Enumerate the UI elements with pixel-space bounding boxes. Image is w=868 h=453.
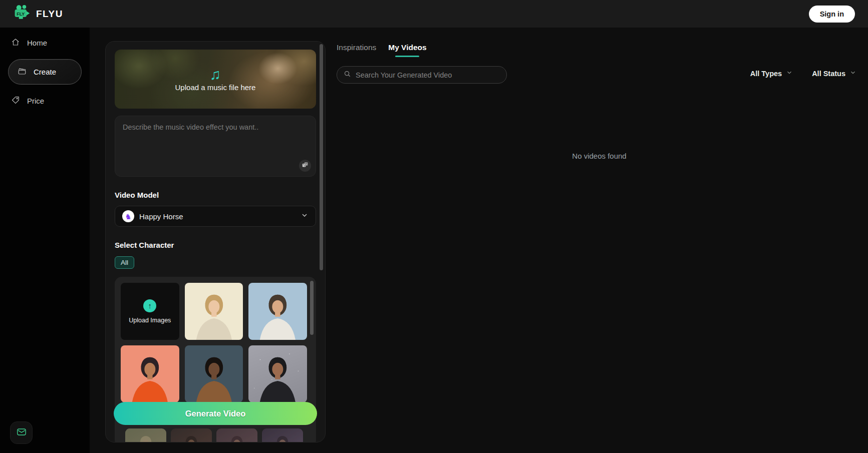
contact-mail-button[interactable] xyxy=(10,421,33,444)
upload-arrow-icon: ↑ xyxy=(143,299,156,312)
active-tab-underline xyxy=(395,56,419,57)
sidebar: Home Create Price xyxy=(0,28,90,453)
brand: FLY FLYU xyxy=(13,4,63,24)
character-tile-curly-woman[interactable] xyxy=(121,345,179,402)
filter-all-types[interactable]: All Types xyxy=(750,69,793,78)
sidebar-item-home[interactable]: Home xyxy=(0,32,90,54)
search-input[interactable] xyxy=(356,71,500,79)
brand-name: FLYU xyxy=(36,9,63,20)
bottom-thumb-row xyxy=(121,428,307,442)
tab-inspirations[interactable]: Inspirations xyxy=(337,43,376,57)
prompt-box xyxy=(115,116,316,177)
character-thumbnail xyxy=(185,350,243,402)
flyu-camera-logo-icon: FLY xyxy=(13,4,31,24)
create-panel-scrollbar[interactable] xyxy=(320,44,323,270)
price-tag-icon xyxy=(11,96,20,106)
sidebar-item-label: Create xyxy=(34,68,56,76)
svg-text:FLY: FLY xyxy=(17,11,25,16)
create-panel: ♫ Upload a music file here Video Model ♞… xyxy=(105,41,326,442)
search-icon xyxy=(344,70,351,80)
character-tile-man-brown-jacket[interactable] xyxy=(185,345,243,402)
video-search xyxy=(337,66,507,84)
empty-state-message: No videos found xyxy=(331,152,868,160)
sidebar-item-create[interactable]: Create xyxy=(8,59,82,85)
music-upload-label: Upload a music file here xyxy=(175,83,256,92)
videos-tabs: Inspirations My Videos xyxy=(337,43,427,57)
select-character-label: Select Character xyxy=(115,241,316,249)
sidebar-item-label: Price xyxy=(27,97,44,105)
character-tile-man-white-shirt[interactable] xyxy=(248,283,307,340)
filter-all-status[interactable]: All Status xyxy=(812,69,856,78)
character-thumbnail xyxy=(248,287,307,340)
character-thumbnail xyxy=(171,431,212,442)
chevron-down-icon xyxy=(301,211,309,221)
dice-icon xyxy=(302,162,309,170)
prompt-textarea[interactable] xyxy=(115,116,316,176)
upload-images-tile[interactable]: ↑ Upload Images xyxy=(121,283,179,340)
random-prompt-button[interactable] xyxy=(299,160,311,172)
home-icon xyxy=(11,38,20,48)
inspiration-thumb[interactable] xyxy=(171,428,212,442)
music-upload-dropzone[interactable]: ♫ Upload a music file here xyxy=(115,50,316,109)
character-thumbnail xyxy=(248,350,307,402)
character-thumbnail xyxy=(185,287,243,340)
sidebar-item-label: Home xyxy=(27,39,47,47)
video-model-label: Video Model xyxy=(115,191,316,199)
happy-horse-icon: ♞ xyxy=(122,210,134,222)
character-tile-blonde-woman[interactable] xyxy=(185,283,243,340)
inspiration-thumb[interactable] xyxy=(216,428,257,442)
mail-icon xyxy=(16,426,27,439)
inspiration-thumb[interactable] xyxy=(262,428,303,442)
character-thumbnail xyxy=(121,350,179,402)
clapperboard-icon xyxy=(18,67,27,77)
sidebar-item-price[interactable]: Price xyxy=(0,90,90,112)
character-thumbnail xyxy=(216,431,257,442)
chevron-down-icon xyxy=(849,69,856,78)
video-model-selected: Happy Horse xyxy=(139,212,296,221)
video-filters: All Types All Status xyxy=(750,69,856,78)
character-grid-scrollbar[interactable] xyxy=(310,281,314,335)
character-thumbnail xyxy=(125,431,166,442)
character-tile-woman-black-jacket[interactable] xyxy=(248,345,307,402)
inspiration-thumb[interactable] xyxy=(125,428,166,442)
top-bar: FLY FLYU Sign in xyxy=(0,0,868,28)
character-thumbnail xyxy=(262,431,303,442)
music-note-icon: ♫ xyxy=(210,67,221,82)
chevron-down-icon xyxy=(786,69,793,78)
sign-in-button[interactable]: Sign in xyxy=(809,6,855,23)
character-filter-all[interactable]: All xyxy=(115,256,134,269)
tab-my-videos[interactable]: My Videos xyxy=(388,43,426,57)
upload-images-label: Upload Images xyxy=(129,317,171,324)
video-model-select[interactable]: ♞ Happy Horse xyxy=(115,206,316,227)
generate-video-button[interactable]: Generate Video xyxy=(114,402,317,425)
